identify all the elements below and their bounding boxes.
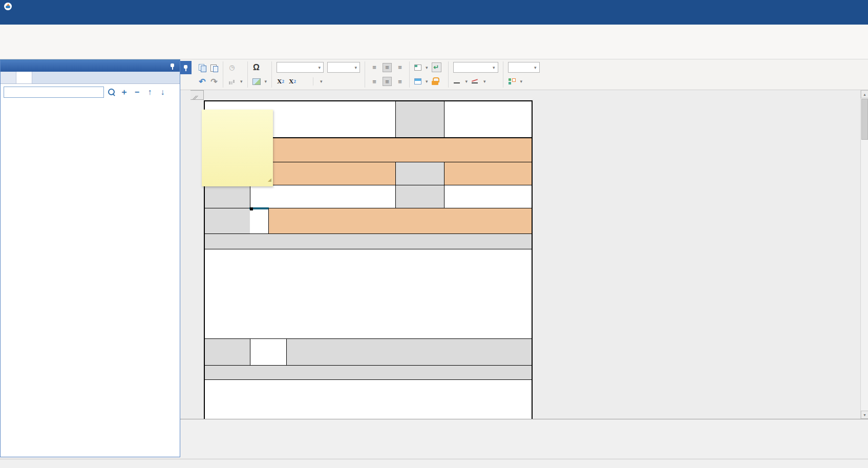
original-record-button: ◷ bbox=[228, 63, 238, 72]
item-cell[interactable] bbox=[250, 185, 395, 208]
chevron-down-icon: ▾ bbox=[493, 65, 495, 70]
subscript-button[interactable]: X2 bbox=[288, 77, 297, 86]
draw-image-button[interactable]: ▾ bbox=[252, 78, 267, 85]
supervisor-label-cell[interactable] bbox=[395, 162, 444, 185]
sheet-tab-bar bbox=[180, 419, 868, 428]
scroll-down-icon[interactable]: ▼ bbox=[861, 411, 868, 419]
chevron-down-icon[interactable]: ▾ bbox=[320, 79, 323, 84]
panel-tabs bbox=[1, 72, 180, 84]
font-size-select[interactable]: ▾ bbox=[327, 62, 360, 73]
chevron-down-icon[interactable]: ▾ bbox=[483, 79, 486, 84]
project-tree bbox=[1, 100, 180, 102]
app-logo-icon bbox=[4, 3, 12, 10]
maximize-button[interactable] bbox=[853, 2, 864, 11]
move-down-icon[interactable]: ↓ bbox=[157, 87, 168, 98]
panel-header bbox=[1, 60, 180, 72]
align-right-button[interactable]: ≡ bbox=[395, 77, 405, 86]
vertical-scrollbar[interactable]: ▲ ▼ bbox=[860, 90, 868, 419]
supervisor-cell[interactable] bbox=[444, 162, 532, 185]
redo-icon[interactable]: ↷ bbox=[210, 77, 218, 86]
line-style-select[interactable]: ▾ bbox=[453, 62, 498, 73]
item-label-cell[interactable] bbox=[205, 185, 250, 208]
chevron-down-icon[interactable]: ▾ bbox=[265, 79, 267, 84]
opinion-row[interactable] bbox=[205, 380, 532, 420]
merge-icon bbox=[414, 78, 421, 84]
expand-all-icon[interactable]: ＋ bbox=[119, 87, 130, 98]
move-up-icon[interactable]: ↑ bbox=[144, 87, 155, 98]
line-icon bbox=[453, 77, 461, 86]
align-top-button[interactable]: ≡ bbox=[370, 63, 379, 72]
copy-icon[interactable] bbox=[198, 63, 206, 72]
font-family-select[interactable]: ▾ bbox=[277, 62, 324, 73]
wrap-icon: ↵ bbox=[434, 63, 439, 71]
status-bar bbox=[0, 459, 868, 468]
format-toolbar: ↶ ↷ ◷ ▾ Ω ▾ ▾ ▾ X2 X2 ▾ ≡ ≡ ≡ ≡ bbox=[180, 59, 868, 90]
sheet-area: ▲ ▼ bbox=[180, 90, 868, 428]
erase-line-icon bbox=[471, 77, 479, 86]
ref-data-button[interactable]: ▾ bbox=[318, 79, 323, 84]
pin-icon[interactable] bbox=[170, 63, 176, 69]
select-all-corner[interactable] bbox=[190, 90, 204, 100]
summary-stats-button: ▾ bbox=[228, 77, 243, 86]
title-bar bbox=[0, 0, 868, 12]
scroll-up-icon[interactable]: ▲ bbox=[861, 90, 868, 98]
paste-icon[interactable] bbox=[210, 63, 218, 72]
content-row bbox=[205, 249, 532, 339]
panel-pin-icon[interactable] bbox=[180, 61, 192, 74]
search-icon[interactable] bbox=[106, 87, 117, 98]
tab-project-view[interactable] bbox=[16, 72, 32, 83]
zoom-select[interactable]: ▾ bbox=[508, 62, 540, 73]
strikethrough-button[interactable] bbox=[300, 77, 308, 86]
align-left-button[interactable]: ≡ bbox=[370, 77, 379, 86]
doc-no-label-cell[interactable] bbox=[395, 101, 444, 137]
row-col-marks-button[interactable]: ▾ bbox=[414, 65, 428, 71]
part-label-cell[interactable] bbox=[205, 208, 250, 233]
chevron-down-icon[interactable]: ▾ bbox=[426, 79, 428, 84]
chevron-down-icon: ▾ bbox=[534, 65, 537, 70]
media-count-cell[interactable] bbox=[250, 339, 287, 365]
omega-icon: Ω bbox=[252, 63, 261, 72]
collapse-all-icon[interactable]: − bbox=[132, 87, 142, 98]
chevron-down-icon: ▾ bbox=[240, 79, 243, 84]
minimize-button[interactable] bbox=[834, 2, 845, 11]
search-row: ＋ − ↑ ↓ bbox=[1, 84, 180, 100]
opinion-label-row bbox=[205, 366, 532, 380]
template-project-panel: ＋ − ↑ ↓ bbox=[0, 59, 180, 457]
wrap-text-button[interactable]: ↵ bbox=[432, 62, 443, 72]
part-cell[interactable] bbox=[268, 208, 532, 233]
date-label-cell[interactable] bbox=[395, 185, 444, 208]
date-cell[interactable] bbox=[444, 185, 532, 208]
doc-no-cell[interactable] bbox=[444, 101, 532, 137]
draw-line-button[interactable]: ▾ bbox=[453, 77, 468, 86]
clock-icon: ◷ bbox=[228, 63, 236, 72]
align-bottom-button[interactable]: ≡ bbox=[395, 63, 405, 72]
special-char-button[interactable]: Ω bbox=[252, 63, 263, 72]
row-col-icon bbox=[414, 65, 421, 71]
erase-line-button[interactable]: ▾ bbox=[471, 77, 486, 86]
tab-template-view[interactable] bbox=[1, 72, 16, 83]
chevron-down-icon: ▾ bbox=[319, 65, 321, 70]
superscript-button[interactable]: X2 bbox=[277, 77, 285, 86]
more-grid-icon bbox=[508, 77, 516, 86]
undo-icon[interactable]: ↶ bbox=[198, 77, 206, 86]
chevron-down-icon[interactable]: ▾ bbox=[465, 79, 468, 84]
more-button[interactable]: ▾ bbox=[508, 77, 523, 86]
search-input[interactable] bbox=[4, 87, 104, 98]
align-middle-button[interactable]: ≡ bbox=[383, 63, 392, 72]
align-center-button[interactable]: ≡ bbox=[383, 77, 392, 86]
separator bbox=[448, 61, 449, 88]
scrollbar-thumb[interactable] bbox=[861, 99, 868, 140]
merge-cells-button[interactable]: ▾ bbox=[414, 78, 428, 84]
separator bbox=[503, 61, 503, 88]
separator bbox=[409, 61, 410, 88]
chevron-down-icon[interactable]: ▾ bbox=[426, 65, 428, 70]
content-label-row bbox=[205, 234, 532, 249]
separator bbox=[365, 61, 365, 88]
lock-unlock-button[interactable] bbox=[432, 77, 441, 86]
chevron-down-icon[interactable]: ▾ bbox=[520, 79, 523, 84]
acceptance-item-row bbox=[205, 185, 532, 208]
resize-grip-icon[interactable]: ◢ bbox=[268, 174, 272, 186]
separator bbox=[271, 61, 272, 88]
hint-tooltip[interactable]: ◢ bbox=[202, 110, 273, 186]
column-headers bbox=[190, 90, 204, 100]
